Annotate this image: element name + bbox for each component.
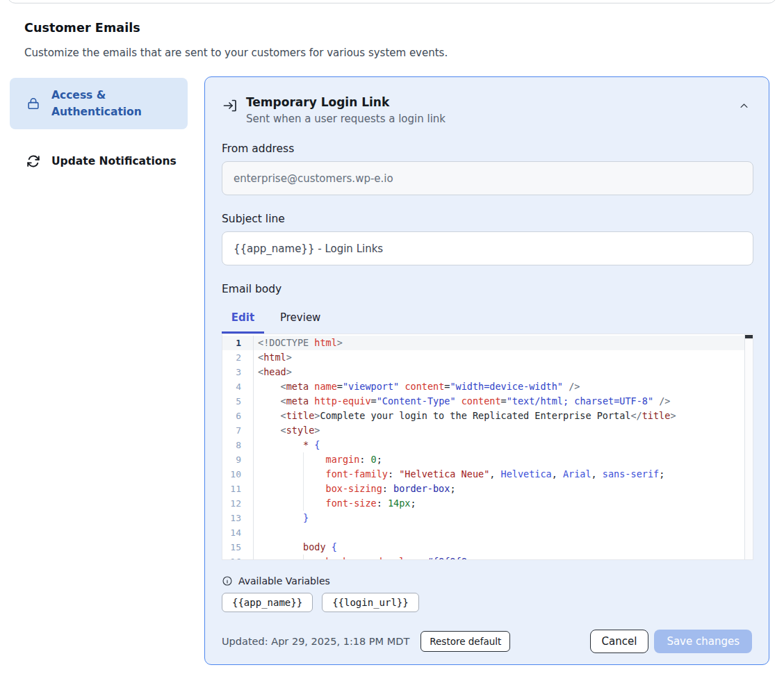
available-variables-label: Available Variables bbox=[238, 575, 330, 586]
sidebar-item-label: Access & Authentication bbox=[51, 87, 178, 120]
code-line: 9 margin: 0; bbox=[222, 452, 753, 467]
line-number: 16 bbox=[222, 555, 254, 560]
code-line: 14 bbox=[222, 525, 753, 540]
collapse-section-button[interactable] bbox=[736, 98, 752, 116]
from-address-label: From address bbox=[222, 142, 752, 155]
code-line: 16 background-color: #f8f8f8; bbox=[222, 555, 753, 560]
editor-scrollbar-thumb[interactable] bbox=[745, 335, 753, 338]
indent-guide bbox=[303, 496, 304, 511]
indent-guide bbox=[303, 555, 304, 560]
code-line: 6 <title>Complete your login to the Repl… bbox=[222, 409, 753, 423]
restore-default-button[interactable]: Restore default bbox=[420, 631, 510, 652]
code-line: 13 } bbox=[222, 511, 753, 525]
from-address-input[interactable] bbox=[222, 161, 753, 195]
code-line-text: box-sizing: border-box; bbox=[254, 482, 456, 496]
cancel-button[interactable]: Cancel bbox=[590, 630, 649, 653]
code-line-text: <meta http-equiv="Content-Type" content=… bbox=[254, 394, 670, 409]
code-line: 2<html> bbox=[222, 350, 753, 365]
line-number: 13 bbox=[222, 511, 254, 525]
code-line-text: font-size: 14px; bbox=[254, 496, 416, 511]
updated-timestamp: Updated: Apr 29, 2025, 1:18 PM MDT bbox=[222, 636, 409, 647]
code-area: 1<!DOCTYPE html>2<html>3<head>4 <meta na… bbox=[222, 334, 753, 560]
panel-header-text: Temporary Login Link Sent when a user re… bbox=[246, 94, 446, 125]
editor-scrollbar[interactable] bbox=[744, 334, 753, 559]
lock-icon bbox=[26, 96, 41, 111]
page-header: Customer Emails Customize the emails tha… bbox=[24, 21, 511, 59]
available-variables-header: Available Variables bbox=[222, 575, 752, 586]
code-line-text: <!DOCTYPE html> bbox=[254, 336, 343, 350]
line-number: 4 bbox=[222, 379, 254, 394]
sidebar-item-update-notifications[interactable]: Update Notifications bbox=[10, 144, 188, 179]
code-line: 15 body { bbox=[222, 540, 753, 555]
email-settings-panel: Temporary Login Link Sent when a user re… bbox=[204, 76, 769, 665]
subject-line-label: Subject line bbox=[222, 213, 752, 225]
code-line: 8 * { bbox=[222, 438, 753, 452]
code-line: 7 <style> bbox=[222, 423, 753, 438]
sidebar-item-label: Update Notifications bbox=[51, 153, 177, 170]
login-icon bbox=[222, 97, 238, 117]
code-line-text bbox=[254, 525, 258, 540]
chevron-up-icon bbox=[739, 103, 749, 113]
variable-chip-login-url[interactable]: {{login_url}} bbox=[322, 593, 419, 612]
sidebar-item-access-authentication[interactable]: Access & Authentication bbox=[10, 78, 188, 129]
line-number: 3 bbox=[222, 365, 254, 379]
info-icon bbox=[222, 575, 233, 586]
code-line: 5 <meta http-equiv="Content-Type" conten… bbox=[222, 394, 753, 409]
line-number: 5 bbox=[222, 394, 254, 409]
line-number: 2 bbox=[222, 350, 254, 365]
code-editor[interactable]: 1<!DOCTYPE html>2<html>3<head>4 <meta na… bbox=[222, 334, 753, 560]
line-number: 8 bbox=[222, 438, 254, 452]
panel-header: Temporary Login Link Sent when a user re… bbox=[222, 94, 752, 125]
panel-title: Temporary Login Link bbox=[246, 94, 446, 110]
indent-guide bbox=[303, 452, 304, 467]
code-line-text: body { bbox=[254, 540, 337, 555]
page-title: Customer Emails bbox=[24, 21, 511, 35]
code-line-text: <head> bbox=[254, 365, 292, 379]
tab-preview[interactable]: Preview bbox=[264, 304, 336, 334]
page-subtitle: Customize the emails that are sent to yo… bbox=[24, 47, 511, 59]
line-number: 14 bbox=[222, 525, 254, 540]
line-number: 6 bbox=[222, 409, 254, 423]
line-number: 10 bbox=[222, 467, 254, 482]
code-line-text: * { bbox=[254, 438, 320, 452]
line-number: 7 bbox=[222, 423, 254, 438]
code-line-text: font-family: "Helvetica Neue", Helvetica… bbox=[254, 467, 664, 482]
line-number: 9 bbox=[222, 452, 254, 467]
panel-footer: Updated: Apr 29, 2025, 1:18 PM MDT Resto… bbox=[222, 630, 752, 653]
email-body-label: Email body bbox=[222, 283, 752, 295]
code-line: 10 font-family: "Helvetica Neue", Helvet… bbox=[222, 467, 753, 482]
line-number: 12 bbox=[222, 496, 254, 511]
line-number: 1 bbox=[222, 336, 254, 350]
code-line-text: <meta name="viewport" content="width=dev… bbox=[254, 379, 580, 394]
code-line: 1<!DOCTYPE html> bbox=[222, 336, 753, 350]
code-line: 11 box-sizing: border-box; bbox=[222, 482, 753, 496]
code-line-text: <html> bbox=[254, 350, 292, 365]
settings-sidebar: Access & Authentication Update Notificat… bbox=[10, 78, 188, 179]
refresh-icon bbox=[26, 154, 41, 169]
previous-card-edge bbox=[7, 0, 777, 3]
code-line: 3<head> bbox=[222, 365, 753, 379]
code-line-text: margin: 0; bbox=[254, 452, 382, 467]
variable-chip-app-name[interactable]: {{app_name}} bbox=[222, 593, 313, 612]
code-line: 4 <meta name="viewport" content="width=d… bbox=[222, 379, 753, 394]
email-body-tabs: Edit Preview bbox=[222, 304, 752, 334]
code-line-text: background-color: #f8f8f8; bbox=[254, 555, 473, 560]
subject-line-input[interactable] bbox=[222, 231, 753, 265]
line-number: 11 bbox=[222, 482, 254, 496]
code-line: 12 font-size: 14px; bbox=[222, 496, 753, 511]
indent-guide bbox=[303, 467, 304, 482]
code-line-text: <style> bbox=[254, 423, 320, 438]
indent-guide bbox=[303, 482, 304, 496]
save-changes-button[interactable]: Save changes bbox=[654, 630, 752, 653]
panel-subtitle: Sent when a user requests a login link bbox=[246, 113, 446, 125]
code-line-text: } bbox=[254, 511, 309, 525]
code-line-text: <title>Complete your login to the Replic… bbox=[254, 409, 676, 423]
variable-chips: {{app_name}} {{login_url}} bbox=[222, 593, 752, 612]
tab-edit[interactable]: Edit bbox=[222, 304, 264, 334]
line-number: 15 bbox=[222, 540, 254, 555]
